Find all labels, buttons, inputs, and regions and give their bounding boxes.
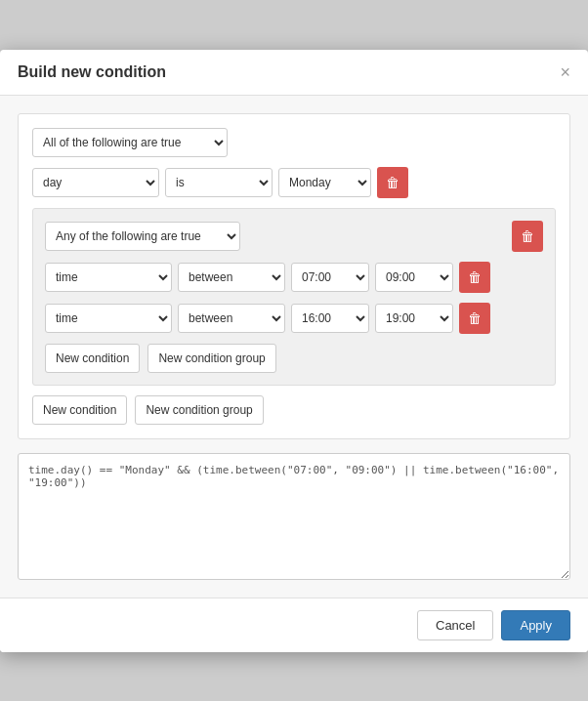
outer-condition-box: All of the following are true Any of the…: [18, 113, 570, 439]
outer-condition-row: day time is is not between Monday Tuesda…: [32, 167, 556, 198]
inner-operator-select-2[interactable]: between is is not: [178, 304, 285, 333]
outer-value-select[interactable]: Monday Tuesday Wednesday Thursday Friday…: [278, 168, 371, 197]
outer-btn-row: New condition New condition group: [32, 395, 556, 425]
inner-new-group-button[interactable]: New condition group: [147, 344, 275, 373]
apply-button[interactable]: Apply: [501, 610, 570, 640]
trash-icon-1: 🗑: [468, 269, 482, 285]
modal-header: Build new condition ×: [0, 50, 588, 96]
inner-new-condition-button[interactable]: New condition: [45, 344, 140, 373]
inner-condition-box: Any of the following are true All of the…: [32, 208, 556, 386]
inner-delete-button-1[interactable]: 🗑: [459, 262, 490, 293]
modal-body: All of the following are true Any of the…: [0, 96, 588, 598]
outer-new-group-button[interactable]: New condition group: [135, 395, 263, 425]
cancel-button[interactable]: Cancel: [417, 610, 493, 640]
inner-operator-select-1[interactable]: between is is not: [178, 263, 285, 292]
inner-group-header: Any of the following are true All of the…: [45, 221, 543, 252]
outer-group-row: All of the following are true Any of the…: [32, 128, 556, 157]
inner-delete-button-2[interactable]: 🗑: [459, 303, 490, 334]
inner-condition-row-1: time day between is is not 07:00 08:00 0…: [45, 262, 543, 293]
outer-new-condition-button[interactable]: New condition: [32, 395, 127, 425]
inner-group-select[interactable]: Any of the following are true All of the…: [45, 222, 240, 251]
outer-type-select[interactable]: day time: [32, 168, 159, 197]
modal-title: Build new condition: [18, 63, 166, 81]
close-button[interactable]: ×: [560, 63, 570, 81]
modal-build-condition: Build new condition × All of the followi…: [0, 50, 588, 652]
inner-to-select-1[interactable]: 09:00 07:00 08:00 16:00 19:00: [375, 263, 453, 292]
inner-from-select-1[interactable]: 07:00 08:00 09:00 16:00 19:00: [291, 263, 369, 292]
trash-icon-2: 🗑: [468, 310, 482, 326]
inner-group-delete-button[interactable]: 🗑: [512, 221, 543, 252]
inner-from-select-2[interactable]: 16:00 07:00 08:00 09:00 19:00: [291, 304, 369, 333]
expression-textarea[interactable]: [18, 453, 570, 580]
inner-type-select-1[interactable]: time day: [45, 263, 172, 292]
trash-icon-inner: 🗑: [521, 228, 534, 244]
trash-icon: 🗑: [386, 175, 399, 190]
modal-footer: Cancel Apply: [0, 598, 588, 652]
inner-condition-row-2: time day between is is not 16:00 07:00 0…: [45, 303, 543, 334]
outer-operator-select[interactable]: is is not between: [165, 168, 273, 197]
inner-btn-row: New condition New condition group: [45, 344, 543, 373]
outer-delete-button[interactable]: 🗑: [377, 167, 408, 198]
outer-group-select[interactable]: All of the following are true Any of the…: [32, 128, 228, 157]
inner-type-select-2[interactable]: time day: [45, 304, 172, 333]
inner-to-select-2[interactable]: 19:00 07:00 08:00 09:00 16:00: [375, 304, 453, 333]
